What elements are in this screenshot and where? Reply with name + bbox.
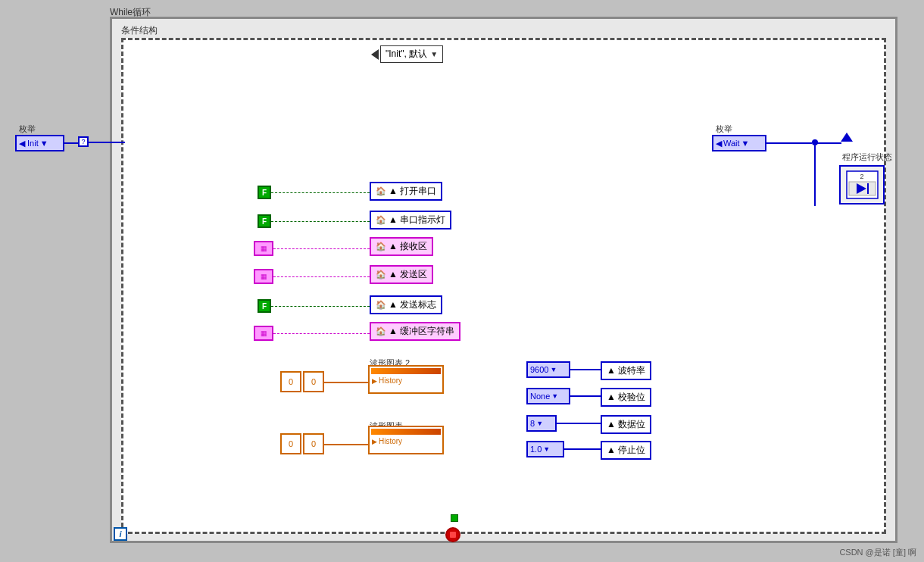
func-open-serial[interactable]: 🏠 ▲ 打开串口	[370, 182, 442, 201]
waveform2-arrow-label: ▶ History	[370, 376, 442, 386]
enum-init-text: ◀ Init	[19, 139, 39, 148]
serial-led-text: ▲ 串口指示灯	[389, 214, 445, 226]
init-selector[interactable]: "Init", 默认 ▼	[371, 45, 443, 63]
enum-init-box[interactable]: ◀ Init ▼	[15, 135, 64, 151]
parity-dropdown[interactable]: None ▼	[526, 388, 570, 404]
stopbits-dropdown-arrow[interactable]: ▼	[543, 445, 550, 453]
enum-init-dropdown[interactable]: ▼	[40, 139, 48, 148]
buffer-str-text: ▲ 缓冲区字符串	[389, 325, 454, 338]
condition-border	[121, 38, 886, 534]
up-arrow	[841, 133, 853, 142]
wire-parity	[570, 395, 601, 397]
svg-text:2: 2	[860, 173, 863, 180]
waveform1-display: ▶ History	[368, 426, 444, 454]
func-buffer-str[interactable]: 🏠 ▲ 缓冲区字符串	[370, 322, 460, 341]
home-icon-5: 🏠	[376, 300, 386, 310]
wire-baud	[570, 369, 601, 370]
green-square	[451, 514, 458, 522]
selector-dropdown-arrow[interactable]: ▼	[430, 50, 438, 58]
conn-pink-1	[273, 248, 370, 249]
conn-pink-2	[273, 276, 370, 277]
f-box-3: F	[258, 299, 271, 313]
send-area-text: ▲ 发送区	[389, 268, 427, 281]
parity-label-text: ▲ 校验位	[607, 391, 645, 404]
wire-wait-dot	[766, 142, 812, 144]
enum-left-label: 枚举	[19, 123, 36, 135]
waveform2-display: ▶ History	[368, 365, 444, 394]
wire-dot-v	[814, 145, 816, 206]
wire-stopbits	[564, 448, 601, 450]
open-serial-text: ▲ 打开串口	[389, 185, 436, 198]
baud-dropdown[interactable]: 9600 ▼	[526, 361, 570, 378]
enum-wait-text: Wait	[723, 139, 740, 148]
program-status-box: 2	[839, 165, 885, 205]
parity-value: None	[530, 392, 550, 401]
selector-text: "Init", 默认	[386, 48, 427, 61]
waveform2-num1[interactable]: 0	[280, 371, 301, 392]
parity-dropdown-arrow[interactable]: ▼	[551, 392, 558, 400]
func-databits-label: ▲ 数据位	[601, 415, 651, 434]
func-send-flag[interactable]: 🏠 ▲ 发送标志	[370, 295, 442, 314]
stopbits-value: 1.0	[530, 445, 542, 454]
wire-dot-right	[815, 142, 841, 144]
watermark: CSDN @是诺 [童] 啊	[839, 547, 916, 558]
baud-value: 9600	[530, 365, 548, 374]
home-icon-1: 🏠	[376, 186, 386, 196]
selector-box[interactable]: "Init", 默认 ▼	[380, 45, 443, 63]
enum-right-label: 枚举	[716, 123, 732, 135]
conn-green-1	[271, 192, 370, 193]
stop-inner	[450, 532, 456, 538]
databits-dropdown[interactable]: 8 ▼	[526, 415, 557, 432]
f-box-2: F	[258, 214, 271, 228]
baud-label-text: ▲ 波特率	[607, 364, 645, 377]
baud-dropdown-arrow[interactable]: ▼	[550, 366, 557, 373]
pink-box-3: ▦	[254, 326, 273, 341]
waveform1-num1[interactable]: 0	[280, 433, 301, 454]
wire-enum-init	[64, 142, 80, 144]
wire-waveform1	[324, 444, 368, 445]
home-icon-2: 🏠	[376, 215, 386, 225]
condition-label: 条件结构	[121, 24, 158, 37]
databits-dropdown-arrow[interactable]: ▼	[536, 420, 543, 427]
func-parity-label: ▲ 校验位	[601, 388, 651, 407]
databits-label-text: ▲ 数据位	[607, 418, 645, 431]
stopbits-dropdown[interactable]: 1.0 ▼	[526, 441, 564, 457]
conn-green-3	[271, 306, 370, 307]
recv-area-text: ▲ 接收区	[389, 240, 427, 253]
func-stopbits-label: ▲ 停止位	[601, 441, 651, 460]
wire-databits	[557, 423, 601, 424]
databits-value: 8	[530, 419, 535, 428]
waveform1-bar	[371, 429, 441, 435]
stopbits-label-text: ▲ 停止位	[607, 444, 645, 457]
conn-green-2	[271, 221, 370, 222]
waveform1-arrow-label: ▶ History	[370, 436, 442, 446]
wire-waveform2	[324, 382, 368, 383]
wire-connector-condition	[89, 142, 125, 143]
info-box: i	[114, 527, 127, 541]
func-serial-led[interactable]: 🏠 ▲ 串口指示灯	[370, 211, 451, 229]
home-icon-3: 🏠	[376, 242, 386, 251]
enum-wait-left-arrow: ◀	[716, 139, 722, 148]
conn-pink-3	[273, 333, 370, 334]
home-icon-6: 🏠	[376, 326, 386, 336]
pink-box-2: ▦	[254, 269, 273, 284]
waveform1-num2[interactable]: 0	[303, 433, 324, 454]
send-flag-text: ▲ 发送标志	[389, 298, 436, 311]
func-send-area[interactable]: 🏠 ▲ 发送区	[370, 265, 433, 284]
func-recv-area[interactable]: 🏠 ▲ 接收区	[370, 237, 433, 256]
connector-small-box: ?	[78, 136, 89, 147]
main-canvas: While循环 条件结构 "Init", 默认 ▼ 枚举 ◀ Init ▼ ? …	[0, 0, 924, 562]
waveform2-num2[interactable]: 0	[303, 371, 324, 392]
info-icon: i	[119, 529, 121, 539]
program-status-icon: 2	[845, 170, 879, 200]
pink-box-1: ▦	[254, 241, 273, 256]
func-baud-label: ▲ 波特率	[601, 361, 651, 380]
connector-q-mark: ?	[81, 138, 85, 145]
enum-wait-box[interactable]: ◀ Wait ▼	[712, 135, 766, 151]
stop-button[interactable]	[445, 527, 460, 542]
selector-left-arrow	[371, 49, 379, 60]
enum-wait-dropdown[interactable]: ▼	[741, 139, 750, 148]
program-status-label: 程序运行状态	[842, 151, 892, 163]
home-icon-4: 🏠	[376, 270, 386, 279]
f-box-1: F	[258, 186, 271, 199]
